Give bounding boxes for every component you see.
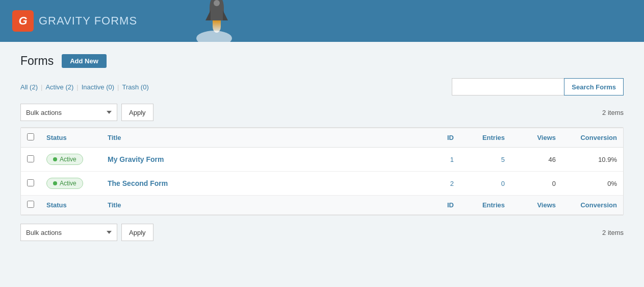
row-id-cell: 2 <box>419 172 460 196</box>
add-new-button[interactable]: Add New <box>62 54 107 68</box>
filter-row: All (2) | Active (2) | Inactive (0) | Tr… <box>20 78 624 95</box>
row-status-cell: Active <box>40 148 101 172</box>
sep1: | <box>41 83 42 91</box>
row-conversion-cell: 10.9% <box>562 148 623 172</box>
sep2: | <box>76 83 78 91</box>
row-title-cell: The Second Form <box>101 172 419 196</box>
filter-inactive[interactable]: Inactive (0) <box>82 83 114 91</box>
row-id-cell: 1 <box>419 148 460 172</box>
col-header-entries[interactable]: Entries <box>460 128 511 148</box>
sep3: | <box>117 83 119 91</box>
form-id-link[interactable]: 1 <box>450 156 454 163</box>
gravity-forms-logo-icon: G <box>12 10 34 32</box>
table-header-row: Status Title ID Entries Views Conversion <box>21 128 623 148</box>
form-title-link[interactable]: My Gravity Form <box>108 155 164 163</box>
select-all-checkbox-footer[interactable] <box>27 201 34 208</box>
bulk-actions-select-bottom[interactable]: Bulk actions <box>20 224 117 241</box>
col-footer-title[interactable]: Title <box>101 196 419 215</box>
active-dot <box>53 157 57 161</box>
search-area: Search Forms <box>452 78 624 95</box>
rocket-illustration <box>199 0 235 42</box>
col-header-conversion[interactable]: Conversion <box>562 128 623 148</box>
col-header-id[interactable]: ID <box>419 128 460 148</box>
table-row: ActiveMy Gravity Form154610.9% <box>21 148 623 172</box>
col-header-status[interactable]: Status <box>40 128 101 148</box>
form-entries-link[interactable]: 5 <box>501 156 505 163</box>
active-badge: Active <box>46 178 83 189</box>
bottom-toolbar: Bulk actions Apply 2 items <box>20 224 624 241</box>
select-all-checkbox[interactable] <box>27 133 34 140</box>
active-badge: Active <box>46 154 83 165</box>
apply-button-bottom[interactable]: Apply <box>121 224 153 241</box>
logo-area: G GRAVITY FORMS <box>12 10 137 32</box>
header: G GRAVITY FORMS <box>0 0 644 42</box>
main-content: Forms Add New All (2) | Active (2) | Ina… <box>0 42 644 259</box>
logo-text: GRAVITY FORMS <box>39 14 137 28</box>
row-checkbox-cell <box>21 172 40 196</box>
row-checkbox-2[interactable] <box>27 179 34 186</box>
col-footer-id[interactable]: ID <box>419 196 460 215</box>
row-checkbox-cell <box>21 148 40 172</box>
row-conversion-cell: 0% <box>562 172 623 196</box>
row-status-cell: Active <box>40 172 101 196</box>
select-all-footer-header <box>21 196 40 215</box>
col-footer-views[interactable]: Views <box>511 196 562 215</box>
row-entries-cell: 0 <box>460 172 511 196</box>
items-count-top: 2 items <box>602 109 624 116</box>
row-entries-cell: 5 <box>460 148 511 172</box>
active-dot <box>53 181 57 185</box>
filter-all[interactable]: All (2) <box>20 83 38 91</box>
bulk-actions-select-top[interactable]: Bulk actions <box>20 104 117 121</box>
form-title-link[interactable]: The Second Form <box>108 179 168 187</box>
filter-active[interactable]: Active (2) <box>45 83 73 91</box>
items-count-bottom: 2 items <box>602 229 624 236</box>
col-footer-entries[interactable]: Entries <box>460 196 511 215</box>
search-input[interactable] <box>452 78 564 95</box>
row-views-cell: 0 <box>511 172 562 196</box>
row-checkbox-1[interactable] <box>27 155 34 162</box>
row-title-cell: My Gravity Form <box>101 148 419 172</box>
form-id-link[interactable]: 2 <box>450 180 454 187</box>
col-footer-status[interactable]: Status <box>40 196 101 215</box>
forms-table: Status Title ID Entries Views Conversion… <box>21 128 623 215</box>
col-header-views[interactable]: Views <box>511 128 562 148</box>
col-footer-conversion[interactable]: Conversion <box>562 196 623 215</box>
search-forms-button[interactable]: Search Forms <box>564 78 624 95</box>
page-title: Forms <box>20 54 54 68</box>
row-views-cell: 46 <box>511 148 562 172</box>
toolbar-left: Bulk actions Apply <box>20 104 153 121</box>
top-toolbar: Bulk actions Apply 2 items <box>20 104 624 121</box>
apply-button-top[interactable]: Apply <box>121 104 153 121</box>
col-header-title[interactable]: Title <box>101 128 419 148</box>
select-all-header <box>21 128 40 148</box>
page-title-row: Forms Add New <box>20 54 624 68</box>
filter-links: All (2) | Active (2) | Inactive (0) | Tr… <box>20 83 149 91</box>
filter-trash[interactable]: Trash (0) <box>122 83 148 91</box>
forms-table-wrapper: Status Title ID Entries Views Conversion… <box>20 127 624 216</box>
form-entries-link[interactable]: 0 <box>501 180 505 187</box>
toolbar-left-bottom: Bulk actions Apply <box>20 224 153 241</box>
table-row: ActiveThe Second Form2000% <box>21 172 623 196</box>
table-footer-row: Status Title ID Entries Views Conversion <box>21 196 623 215</box>
